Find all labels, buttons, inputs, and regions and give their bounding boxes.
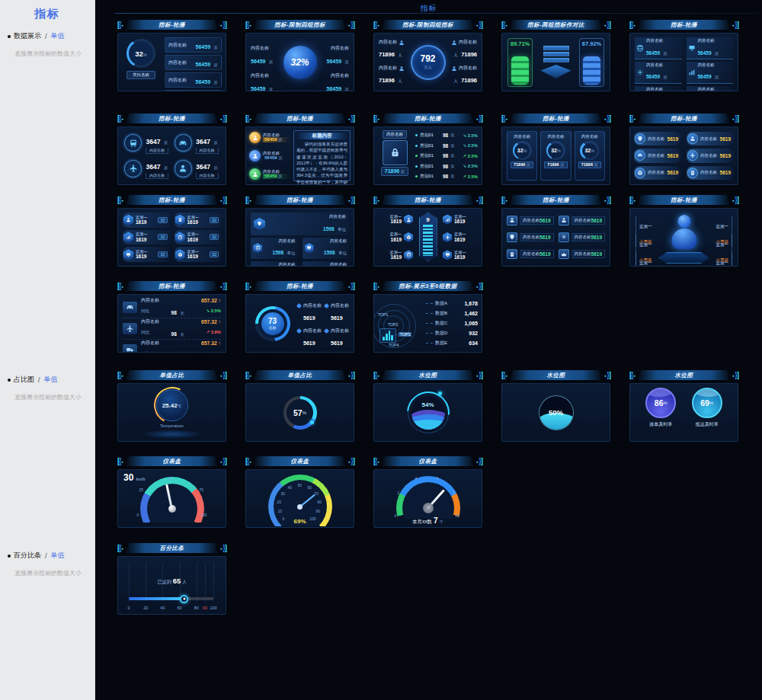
prev-arrow-icon[interactable]: ▸ <box>122 546 124 551</box>
list-item[interactable]: 内容名称56459 次 <box>635 37 682 59</box>
card-carousel-grid6[interactable]: [(▸指标-轮播◂)] 内容名称56459 次 内容名称56459 次 内容名称… <box>629 19 738 91</box>
list-item[interactable]: 内容名称5619 <box>634 166 681 180</box>
next-arrow-icon[interactable]: ◂ <box>604 23 607 27</box>
card-gauge-percent[interactable]: [(▸仪表盘◂)] 0 10 20 30 40 50 60 70 80 90 1… <box>245 455 354 528</box>
card-carousel-thermo[interactable]: [(▸指标-轮播◂)] 监测一1619 监测一1619 监测一1619 9 监测… <box>373 194 482 267</box>
list-item[interactable]: 数据B1,462 <box>426 310 478 317</box>
list-item[interactable]: 内容名称56459 次 <box>165 55 222 70</box>
list-item[interactable]: 数据C1,065 <box>426 320 478 327</box>
list-item[interactable]: 监测一1619 <box>378 250 413 261</box>
list-item[interactable]: 内容名称5619 <box>297 302 322 323</box>
card-carousel-square6[interactable]: [(▸指标-轮播◂)] 内容名称5619 内容名称5619 内容名称5619 内… <box>501 194 610 267</box>
next-arrow-icon[interactable]: ◂ <box>476 23 479 27</box>
next-arrow-icon[interactable]: ◂ <box>348 117 351 121</box>
next-arrow-icon[interactable]: ◂ <box>604 198 607 203</box>
list-item[interactable]: 内容名称657.32 ↑同比98 天↘ 2.5% <box>123 297 221 318</box>
prev-arrow-icon[interactable]: ▸ <box>506 373 508 378</box>
list-item[interactable]: 类别0198次↗ 2.5% <box>415 173 478 180</box>
list-item[interactable]: 内容名称5619 <box>559 230 606 244</box>
list-item[interactable]: 内容名称1598 单位 <box>303 261 350 267</box>
card-water-50[interactable]: [(▸水位图◂)] 50% <box>501 369 610 442</box>
next-arrow-icon[interactable]: ◂ <box>732 373 735 378</box>
card-percent-bar[interactable]: [(▸百分比条◂)] 已达到65人 0 20 <box>117 542 226 615</box>
prev-arrow-icon[interactable]: ▸ <box>634 23 636 27</box>
next-arrow-icon[interactable]: ◂ <box>220 459 223 464</box>
sidebar-item-percent-bar[interactable]: 百分比条/单值 <box>8 551 93 561</box>
list-item[interactable]: 内容名称56459 次 <box>165 37 222 53</box>
card-water-54[interactable]: [(▸水位图◂)] 54% <box>373 369 482 442</box>
next-arrow-icon[interactable]: ◂ <box>476 373 479 378</box>
list-item[interactable]: 内容名称1598 单位 <box>303 238 350 259</box>
section-tag-link[interactable]: 单值 <box>44 375 58 385</box>
card-top5[interactable]: [(▸指标-展示3至6组数据◂)] TOP1 TOP2 TOP3 TOP4 TO… <box>373 280 482 353</box>
next-arrow-icon[interactable]: ◂ <box>476 284 479 289</box>
list-item[interactable]: 数据A1,678 <box>426 300 478 307</box>
card-carousel-person[interactable]: [(▸指标-轮播◂)] 监测一小男孩 监测一小男孩 监测一小男孩 监测一小男孩 … <box>629 194 738 267</box>
list-item[interactable]: 监测一1619 <box>443 214 478 225</box>
section-tag-link[interactable]: 单值 <box>51 551 65 561</box>
list-item[interactable]: 内容名称5619 <box>634 149 681 162</box>
next-arrow-icon[interactable]: ◂ <box>220 284 223 289</box>
card-carousel-gauge73[interactable]: [(▸指标-轮播◂)] 73名称 内容名称5619 内容名称5619 内容名称5… <box>245 280 354 353</box>
list-item[interactable]: 类别0198次↘ 2.5% <box>415 132 478 139</box>
rank-item-gold[interactable]: 内容名称56459 次 <box>249 132 290 143</box>
card-carousel-icons4[interactable]: [(▸指标-轮播◂)] 3647 次内容名称 3647 次内容名称 3647 次… <box>117 113 226 185</box>
list-item[interactable]: 类别0198次↘ 2.5% <box>415 142 478 149</box>
sidebar-item-ratio-chart[interactable]: 占比图/单值 <box>8 375 93 385</box>
list-item[interactable]: 内容名称1598 单位 <box>251 238 298 259</box>
list-item[interactable]: 内容名称56459 次 <box>687 37 734 59</box>
prev-arrow-icon[interactable]: ▸ <box>122 284 124 289</box>
list-item[interactable]: 内容名称1598 单位 <box>251 261 298 267</box>
next-arrow-icon[interactable]: ◂ <box>476 459 479 464</box>
prev-arrow-icon[interactable]: ▸ <box>378 23 380 27</box>
next-arrow-icon[interactable]: ◂ <box>220 117 223 121</box>
next-arrow-icon[interactable]: ◂ <box>348 459 351 464</box>
list-item[interactable]: 内容名称5619 <box>507 213 554 227</box>
list-item[interactable]: 监测一1619 <box>378 214 413 225</box>
next-arrow-icon[interactable]: ◂ <box>732 198 735 203</box>
card-carousel-ring-list[interactable]: [(▸指标-轮播◂)] 32% 类目名称 内容名称56459 次 内容名称564… <box>117 19 226 91</box>
card-carousel-pills6[interactable]: [(▸指标-轮播◂)] 内容名称5619 内容名称5619 内容名称5619 内… <box>629 113 738 185</box>
list-item[interactable]: 监测一161932 <box>174 230 222 245</box>
list-item[interactable]: 内容名称5619 <box>687 132 734 145</box>
list-item[interactable]: 内容名称56459 次 <box>635 62 682 84</box>
list-item[interactable]: 内容名称56459 次 <box>635 86 682 91</box>
next-arrow-icon[interactable]: ◂ <box>732 23 735 27</box>
list-item[interactable]: 内容名称56459 次 <box>165 72 222 88</box>
prev-arrow-icon[interactable]: ▸ <box>634 373 636 378</box>
ring-panel[interactable]: 内容名称32%71896 次 <box>540 131 571 181</box>
card-limit-four-sphere[interactable]: [(▸指标-限制四组指标◂)] 内容名称56459 次 内容名称56459 次 … <box>245 19 354 91</box>
list-item[interactable]: 3647 次内容名称 <box>174 132 220 155</box>
list-item[interactable]: 监测一161932 <box>174 247 222 262</box>
ring-panel[interactable]: 内容名称32%71896 次 <box>507 131 537 181</box>
prev-arrow-icon[interactable]: ▸ <box>506 117 508 121</box>
prev-arrow-icon[interactable]: ▸ <box>250 198 252 203</box>
list-item[interactable]: 内容名称56459 次 <box>687 62 734 84</box>
card-carousel-three-rings[interactable]: [(▸指标-轮播◂)] 内容名称32%71896 次 内容名称32%71896 … <box>501 113 610 185</box>
list-item[interactable]: 数据D932 <box>426 330 478 337</box>
list-item[interactable]: 监测一161932 <box>123 230 170 245</box>
list-item[interactable]: 内容名称5619 <box>325 302 349 323</box>
prev-arrow-icon[interactable]: ▸ <box>250 284 252 289</box>
slider-handle[interactable] <box>180 595 188 603</box>
list-item[interactable]: 监测一1619 <box>378 232 413 242</box>
next-arrow-icon[interactable]: ◂ <box>604 117 607 121</box>
prev-arrow-icon[interactable]: ▸ <box>250 459 252 464</box>
prev-arrow-icon[interactable]: ▸ <box>250 373 252 378</box>
section-tag-link[interactable]: 单值 <box>51 31 65 41</box>
prev-arrow-icon[interactable]: ▸ <box>378 198 380 203</box>
next-arrow-icon[interactable]: ◂ <box>348 373 351 378</box>
list-item[interactable]: 类别0198次↘ 2.5% <box>415 163 478 170</box>
list-item[interactable]: 监测一161932 <box>123 213 170 228</box>
card-carousel-lock-list[interactable]: [(▸指标-轮播◂)] 内容名称 71896 次 类别0198次↘ 2.5% 类… <box>373 113 482 185</box>
prev-arrow-icon[interactable]: ▸ <box>122 198 124 203</box>
prev-arrow-icon[interactable]: ▸ <box>634 117 636 121</box>
prev-arrow-icon[interactable]: ▸ <box>634 198 636 203</box>
list-item[interactable]: 监测一161932 <box>174 213 222 228</box>
card-limit-four-circle[interactable]: [(▸指标-限制四组指标◂)] 内容名称71896 人 内容名称71896 人 … <box>373 19 482 91</box>
next-arrow-icon[interactable]: ◂ <box>476 198 479 203</box>
prev-arrow-icon[interactable]: ▸ <box>506 23 508 27</box>
list-item[interactable]: 内容名称5619 <box>507 230 554 244</box>
next-arrow-icon[interactable]: ◂ <box>348 23 351 27</box>
prev-arrow-icon[interactable]: ▸ <box>122 373 124 378</box>
